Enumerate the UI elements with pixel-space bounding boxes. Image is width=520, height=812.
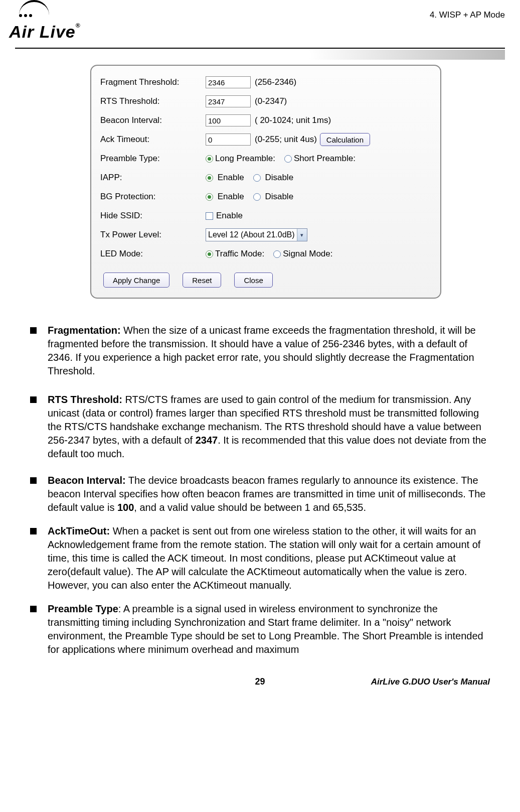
chevron-down-icon: ▾ bbox=[297, 229, 307, 241]
apply-change-button[interactable]: Apply Change bbox=[103, 273, 169, 288]
signal-mode-text: Signal Mode: bbox=[283, 249, 332, 258]
ack-timeout-input[interactable] bbox=[206, 133, 251, 146]
ack-text: When a packet is sent out from one wirel… bbox=[48, 525, 480, 591]
bg-disable-text: Disable bbox=[265, 192, 293, 201]
iapp-disable-text: Disable bbox=[265, 173, 293, 182]
hide-ssid-label: Hide SSID: bbox=[100, 211, 206, 221]
beacon-bullet: Beacon Interval: The device broadcasts b… bbox=[48, 474, 490, 514]
rts-title: RTS Threshold: bbox=[48, 394, 122, 405]
preamble-title: Preamble Type bbox=[48, 603, 118, 614]
bullet-icon bbox=[30, 396, 37, 403]
fragment-threshold-label: Fragment Threshold: bbox=[100, 77, 206, 87]
short-preamble-radio[interactable] bbox=[284, 155, 292, 163]
bullet-icon bbox=[30, 606, 37, 612]
beacon-text-b: , and a valid value should be between 1 … bbox=[134, 502, 366, 513]
beacon-interval-input[interactable] bbox=[206, 114, 251, 126]
long-preamble-radio[interactable] bbox=[206, 155, 213, 163]
tx-power-value: Level 12 (About 21.0dB) bbox=[208, 230, 295, 239]
rts-bold: 2347 bbox=[196, 435, 218, 446]
led-mode-label: LED Mode: bbox=[100, 249, 206, 259]
logo: Air Live® bbox=[9, 3, 81, 42]
tx-power-label: Tx Power Level: bbox=[100, 230, 206, 240]
ack-timeout-hint: (0-255; unit 4us) bbox=[255, 134, 317, 145]
preamble-bullet: Preamble Type: A preamble is a signal us… bbox=[48, 602, 490, 656]
manual-title: AirLive G.DUO User's Manual bbox=[336, 677, 490, 687]
rts-threshold-hint: (0-2347) bbox=[255, 96, 287, 106]
fragmentation-title: Fragmentation: bbox=[48, 325, 121, 336]
preamble-type-label: Preamble Type: bbox=[100, 154, 206, 164]
calculation-button[interactable]: Calculation bbox=[320, 133, 370, 146]
rts-threshold-label: RTS Threshold: bbox=[100, 96, 206, 106]
logo-text: Air Live bbox=[9, 22, 76, 41]
bullet-icon bbox=[30, 477, 37, 484]
fragment-threshold-hint: (256-2346) bbox=[255, 77, 296, 87]
iapp-enable-radio[interactable] bbox=[206, 174, 213, 182]
traffic-mode-radio[interactable] bbox=[206, 250, 213, 258]
gradient-strip bbox=[15, 50, 505, 60]
bg-protection-label: BG Protection: bbox=[100, 192, 206, 202]
divider bbox=[15, 48, 505, 49]
settings-panel: Fragment Threshold: (256-2346) RTS Thres… bbox=[90, 65, 441, 299]
hide-ssid-text: Enable bbox=[216, 211, 243, 220]
beacon-title: Beacon Interval: bbox=[48, 475, 126, 486]
ack-timeout-label: Ack Timeout: bbox=[100, 134, 206, 145]
beacon-bold: 100 bbox=[117, 502, 134, 513]
bullet-icon bbox=[30, 327, 37, 334]
content-body: Fragmentation: When the size of a unicas… bbox=[30, 324, 490, 656]
iapp-label: IAPP: bbox=[100, 173, 206, 183]
hide-ssid-checkbox[interactable] bbox=[206, 212, 213, 220]
signal-mode-radio[interactable] bbox=[273, 250, 281, 258]
bg-enable-text: Enable bbox=[218, 192, 244, 201]
short-preamble-text: Short Preamble: bbox=[294, 154, 356, 163]
reset-button[interactable]: Reset bbox=[183, 273, 221, 288]
traffic-mode-text: Traffic Mode: bbox=[215, 249, 264, 258]
ack-bullet: AckTimeOut: When a packet is sent out fr… bbox=[48, 524, 490, 592]
rts-bullet: RTS Threshold: RTS/CTS frames are used t… bbox=[48, 393, 490, 461]
bullet-icon bbox=[30, 528, 37, 534]
iapp-enable-text: Enable bbox=[218, 173, 244, 182]
bg-disable-radio[interactable] bbox=[253, 193, 261, 201]
close-button[interactable]: Close bbox=[234, 273, 272, 288]
ack-title: AckTimeOut: bbox=[48, 525, 110, 536]
bg-enable-radio[interactable] bbox=[206, 193, 213, 201]
long-preamble-text: Long Preamble: bbox=[215, 154, 275, 163]
iapp-disable-radio[interactable] bbox=[253, 174, 261, 182]
beacon-interval-label: Beacon Interval: bbox=[100, 115, 206, 125]
fragment-threshold-input[interactable] bbox=[206, 76, 251, 88]
rts-threshold-input[interactable] bbox=[206, 95, 251, 107]
fragmentation-bullet: Fragmentation: When the size of a unicas… bbox=[48, 324, 490, 378]
section-title: 4. WISP + AP Mode bbox=[430, 10, 505, 20]
beacon-interval-hint: ( 20-1024; unit 1ms) bbox=[255, 115, 331, 125]
tx-power-select[interactable]: Level 12 (About 21.0dB) ▾ bbox=[206, 228, 307, 241]
page-number: 29 bbox=[184, 676, 337, 687]
